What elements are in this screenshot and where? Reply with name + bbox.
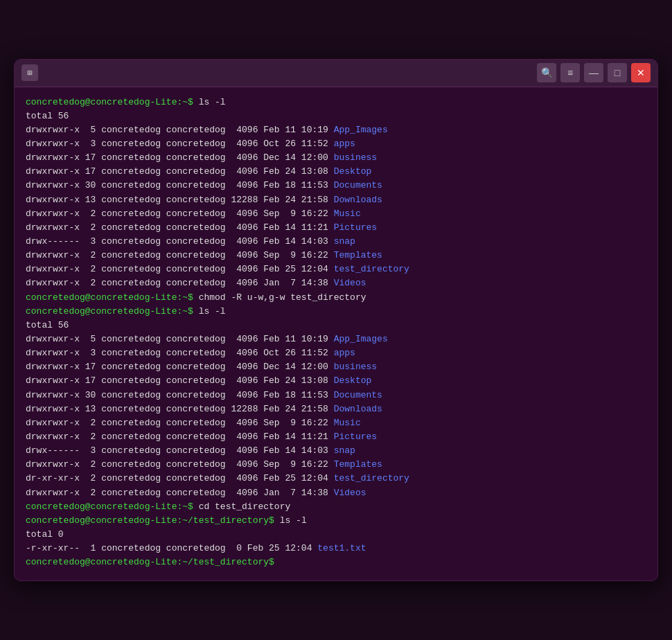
- terminal-line: -r-xr-xr-- 1 concretedog concretedog 0 F…: [26, 542, 646, 555]
- terminal-line: drwxrwxr-x 17 concretedog concretedog 40…: [26, 165, 646, 179]
- terminal-line: drwxrwxr-x 2 concretedog concretedog 409…: [26, 276, 646, 290]
- terminal-line: drwxrwxr-x 30 concretedog concretedog 40…: [26, 179, 646, 193]
- terminal-line: dr-xr-xr-x 2 concretedog concretedog 409…: [26, 472, 646, 486]
- terminal-line: drwxrwxr-x 2 concretedog concretedog 409…: [26, 207, 646, 221]
- titlebar: ⊞ 🔍 ≡ — □ ✕: [15, 60, 657, 87]
- terminal-line: drwxrwxr-x 2 concretedog concretedog 409…: [26, 221, 646, 235]
- terminal-line: drwxrwxr-x 17 concretedog concretedog 40…: [26, 151, 646, 165]
- terminal-icon: ⊞: [21, 64, 38, 81]
- terminal-line: total 56: [26, 319, 646, 332]
- terminal-line: total 0: [26, 528, 646, 542]
- menu-button[interactable]: ≡: [560, 63, 580, 82]
- terminal-line: drwxrwxr-x 3 concretedog concretedog 409…: [26, 137, 646, 151]
- search-button[interactable]: 🔍: [537, 63, 556, 82]
- terminal-line: drwxrwxr-x 2 concretedog concretedog 409…: [26, 430, 646, 444]
- terminal-line: drwxrwxr-x 2 concretedog concretedog 409…: [26, 458, 646, 472]
- terminal-line: drwxrwxr-x 2 concretedog concretedog 409…: [26, 486, 646, 500]
- terminal-line: concretedog@concretedog-Lite:~$ ls -l: [26, 96, 646, 109]
- terminal-line: drwxrwxr-x 5 concretedog concretedog 409…: [26, 123, 646, 137]
- terminal-line: concretedog@concretedog-Lite:~$ cd test_…: [26, 500, 646, 514]
- terminal-line: concretedog@concretedog-Lite:~$ ls -l: [26, 305, 646, 319]
- terminal-line: drwxrwxr-x 2 concretedog concretedog 409…: [26, 263, 646, 276]
- terminal-output[interactable]: concretedog@concretedog-Lite:~$ ls -ltot…: [15, 87, 657, 581]
- terminal-line: drwxrwxr-x 3 concretedog concretedog 409…: [26, 346, 646, 360]
- terminal-line: drwxrwxr-x 17 concretedog concretedog 40…: [26, 374, 646, 388]
- close-button[interactable]: ✕: [631, 63, 651, 82]
- terminal-line: concretedog@concretedog-Lite:~$ chmod -R…: [26, 291, 646, 305]
- terminal-line: drwxrwxr-x 13 concretedog concretedog 12…: [26, 402, 646, 416]
- terminal-line: drwxrwxr-x 30 concretedog concretedog 40…: [26, 389, 646, 402]
- terminal-line: concretedog@concretedog-Lite:~/test_dire…: [26, 514, 646, 528]
- terminal-line: total 56: [26, 109, 646, 123]
- terminal-line: drwxrwxr-x 2 concretedog concretedog 409…: [26, 416, 646, 430]
- maximize-button[interactable]: □: [608, 63, 627, 82]
- terminal-line: drwx------ 3 concretedog concretedog 409…: [26, 444, 646, 458]
- terminal-line: drwxrwxr-x 13 concretedog concretedog 12…: [26, 193, 646, 207]
- window-controls: 🔍 ≡ — □ ✕: [537, 63, 651, 82]
- terminal-line: drwxrwxr-x 2 concretedog concretedog 409…: [26, 249, 646, 263]
- terminal-line: concretedog@concretedog-Lite:~/test_dire…: [26, 555, 646, 569]
- terminal-window: ⊞ 🔍 ≡ — □ ✕ concretedog@concretedog-Lite…: [14, 59, 658, 582]
- terminal-line: drwxrwxr-x 17 concretedog concretedog 40…: [26, 360, 646, 374]
- terminal-line: drwx------ 3 concretedog concretedog 409…: [26, 235, 646, 249]
- minimize-button[interactable]: —: [584, 63, 603, 82]
- terminal-line: drwxrwxr-x 5 concretedog concretedog 409…: [26, 332, 646, 346]
